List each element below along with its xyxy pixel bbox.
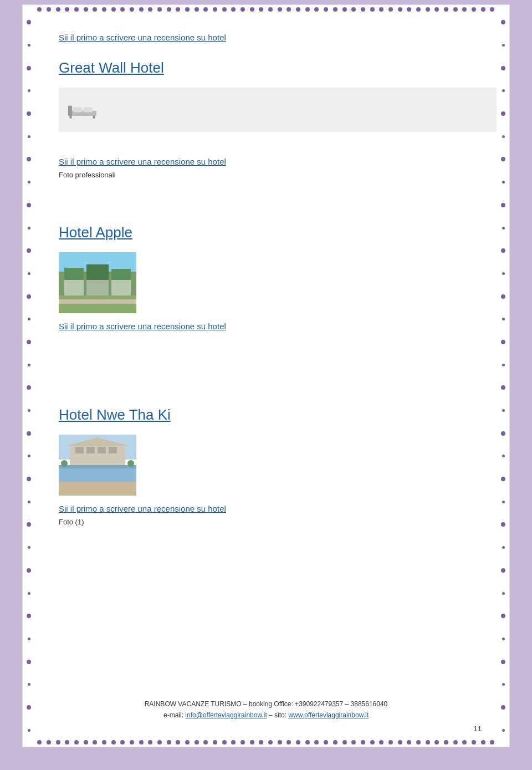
svg-rect-20 xyxy=(98,447,106,453)
border-dot xyxy=(502,272,505,275)
spacer xyxy=(59,362,482,390)
svg-rect-8 xyxy=(64,268,84,282)
border-dot xyxy=(296,740,300,744)
border-dot xyxy=(324,740,328,744)
border-dot xyxy=(27,157,31,161)
border-dot xyxy=(502,227,505,230)
border-dot xyxy=(502,592,505,595)
svg-rect-12 xyxy=(86,280,109,297)
hotel-apple-title[interactable]: Hotel Apple xyxy=(59,224,482,241)
svg-rect-24 xyxy=(59,465,136,468)
border-left xyxy=(23,5,35,747)
hotel-nwe-review-link[interactable]: Sii il primo a scrivere una recensione s… xyxy=(59,504,482,513)
border-dot xyxy=(93,740,97,744)
border-dot xyxy=(501,203,505,207)
border-dot xyxy=(130,740,134,744)
hotel-apple-review-link-bottom[interactable]: Sii il primo a scrivere una recensione s… xyxy=(59,322,482,331)
border-dot xyxy=(28,638,30,640)
border-dot xyxy=(56,7,60,12)
hotel-nwe-title[interactable]: Hotel Nwe Tha Ki xyxy=(59,406,482,424)
hotel-apple-image-svg xyxy=(59,252,136,313)
company-name: RAINBOW VACANZE TURISMO xyxy=(145,700,242,708)
border-dot xyxy=(28,501,30,503)
border-dot xyxy=(462,7,467,12)
border-dot xyxy=(27,385,31,390)
border-dot xyxy=(481,7,485,12)
great-wall-review-link[interactable]: Sii il primo a scrivere una recensione s… xyxy=(59,33,226,42)
border-dot xyxy=(398,740,402,744)
hotel-nwe-section: Hotel Nwe Tha Ki xyxy=(59,406,482,527)
border-dot xyxy=(416,7,421,12)
svg-rect-13 xyxy=(111,280,131,297)
svg-rect-1 xyxy=(68,106,72,116)
border-dot xyxy=(388,7,393,12)
border-dot xyxy=(502,501,505,503)
border-dot xyxy=(501,111,505,116)
border-dot xyxy=(453,7,458,12)
border-dot xyxy=(185,7,190,12)
border-dot xyxy=(501,477,505,481)
border-dot xyxy=(333,7,337,12)
border-dot xyxy=(27,111,31,116)
border-dot xyxy=(501,340,505,344)
border-dot xyxy=(426,740,430,744)
border-dot xyxy=(28,227,30,230)
svg-rect-9 xyxy=(86,264,109,281)
border-dot xyxy=(139,740,144,744)
svg-point-26 xyxy=(61,460,68,467)
email-link[interactable]: info@offerteviaggirainbow.it xyxy=(185,711,267,719)
border-dot xyxy=(268,740,273,744)
border-dot xyxy=(241,7,245,12)
border-dot xyxy=(47,740,51,744)
hotel-apple-review-link-top[interactable]: Sii il primo a scrivere una recensione s… xyxy=(59,157,482,166)
border-dot xyxy=(416,740,421,744)
border-dot xyxy=(296,7,300,12)
border-dot xyxy=(222,7,227,12)
hotel-apple-intro-section: Sii il primo a scrivere una recensione s… xyxy=(59,157,482,180)
border-dot xyxy=(501,522,505,527)
site-label: – sito: xyxy=(269,711,287,719)
svg-rect-25 xyxy=(59,482,136,496)
svg-rect-3 xyxy=(83,107,93,112)
spacer xyxy=(59,334,482,362)
border-dot xyxy=(250,740,254,744)
border-dot xyxy=(102,740,106,744)
border-dot xyxy=(501,20,505,24)
border-dot xyxy=(28,364,30,366)
border-dot xyxy=(28,592,30,595)
site-link[interactable]: www.offerteviaggirainbow.it xyxy=(288,711,369,719)
border-dot xyxy=(27,248,31,253)
footer-line-1: RAINBOW VACANZE TURISMO – booking Office… xyxy=(39,700,493,708)
border-top xyxy=(35,5,497,14)
border-dot xyxy=(502,318,505,320)
svg-rect-23 xyxy=(59,467,136,483)
border-dot xyxy=(333,740,337,744)
border-dot xyxy=(305,7,310,12)
svg-rect-2 xyxy=(73,107,83,112)
border-dot xyxy=(37,740,42,744)
border-dot xyxy=(426,7,430,12)
border-dot xyxy=(501,157,505,161)
border-dot xyxy=(28,135,30,138)
border-dot xyxy=(28,89,30,92)
border-dot xyxy=(305,740,310,744)
border-dot xyxy=(28,272,30,275)
border-dot xyxy=(93,7,97,12)
border-dot xyxy=(444,740,448,744)
border-dot xyxy=(278,740,282,744)
border-dot xyxy=(453,740,458,744)
border-dot xyxy=(502,683,505,686)
great-wall-hotel-title[interactable]: Great Wall Hotel xyxy=(59,59,482,77)
great-wall-placeholder-image xyxy=(59,88,497,132)
border-dot xyxy=(28,181,30,183)
border-dot xyxy=(84,740,88,744)
border-dot xyxy=(501,294,505,299)
border-dot xyxy=(28,455,30,457)
border-dot xyxy=(27,568,31,573)
main-content: Sii il primo a scrivere una recensione s… xyxy=(59,33,482,527)
svg-rect-21 xyxy=(109,447,117,453)
border-dot xyxy=(268,7,273,12)
border-dot xyxy=(203,7,208,12)
border-dot xyxy=(314,7,319,12)
border-dot xyxy=(28,318,30,320)
